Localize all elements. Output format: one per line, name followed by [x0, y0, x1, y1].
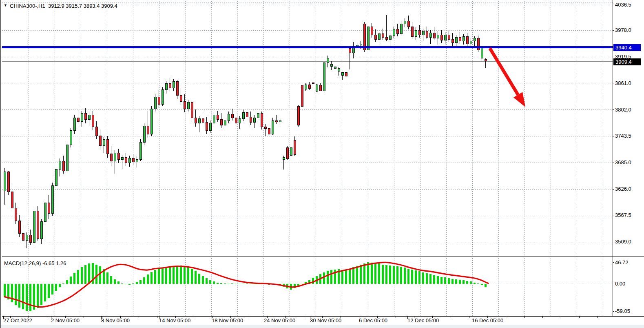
time-axis-label[interactable]: 2 Nov 05:00 [51, 317, 80, 324]
chart-canvas[interactable] [1, 0, 644, 328]
hline-price-badge: 3940.4 [613, 44, 641, 51]
macd-axis-label[interactable]: -59.05 [615, 308, 630, 314]
price-axis-label[interactable]: 3978.0 [615, 27, 631, 33]
macd-bar [407, 269, 409, 284]
macd-bar [29, 284, 31, 311]
macd-bar [88, 263, 90, 284]
macd-bar [187, 267, 189, 284]
candle-up [437, 35, 439, 38]
macd-bar [345, 270, 347, 284]
price-axis-label[interactable]: 3685.0 [615, 159, 631, 165]
candle-down [147, 126, 149, 134]
price-axis-label[interactable]: 3802.0 [615, 107, 631, 113]
macd-bar [220, 283, 222, 284]
macd-bar [51, 284, 53, 295]
candle-up [404, 21, 406, 24]
macd-bar [433, 275, 435, 284]
macd-bar [125, 284, 127, 284]
candle-down [191, 103, 193, 118]
time-axis-label[interactable]: 12 Dec 05:00 [407, 317, 439, 324]
price-axis-label[interactable]: 3509.0 [615, 239, 631, 245]
price-axis-label[interactable]: 3861.0 [615, 80, 631, 86]
macd-bar [228, 284, 230, 284]
macd-bar [62, 283, 64, 284]
time-axis-label[interactable]: 6 Dec 05:00 [359, 317, 387, 324]
candle-up [51, 185, 53, 214]
candle-up [474, 38, 476, 41]
macd-bar [150, 272, 153, 284]
macd-bar [176, 266, 178, 284]
macd-bar [84, 265, 86, 284]
macd-bar [378, 263, 380, 284]
macd-bar [213, 281, 215, 284]
candle-up [44, 203, 46, 221]
candle-up [316, 85, 318, 91]
macd-bar [136, 282, 138, 284]
macd-axis-label[interactable]: 0.00 [615, 281, 625, 287]
candle-up [55, 169, 57, 185]
price-axis-label[interactable]: 3743.5 [615, 133, 631, 139]
candle-down [459, 38, 461, 41]
time-axis-label[interactable]: 8 Nov 05:00 [101, 317, 130, 324]
macd-bar [341, 270, 343, 284]
time-axis-label[interactable]: 16 Dec 05:00 [472, 317, 503, 324]
time-axis-label[interactable]: 30 Nov 05:00 [310, 317, 341, 324]
candle-up [88, 115, 90, 120]
price-axis-label[interactable]: 3626.0 [615, 186, 631, 192]
candle-up [198, 119, 200, 123]
macd-bar [106, 272, 108, 284]
time-axis-label[interactable]: 14 Nov 05:00 [159, 317, 190, 324]
price-axis-label[interactable]: 3567.5 [615, 212, 631, 218]
macd-bar [242, 284, 244, 284]
macd-bar [301, 284, 303, 284]
candle-down [411, 27, 413, 36]
candle-down [77, 118, 79, 121]
candle-up [40, 222, 42, 239]
resistance-hline[interactable] [2, 46, 613, 48]
bid-price-badge: 3909.4 [613, 58, 641, 65]
candle-down [220, 120, 222, 125]
time-axis-label[interactable]: 18 Nov 05:00 [212, 317, 243, 324]
macd-bar [235, 284, 237, 284]
candle-down [235, 118, 237, 123]
macd-bar [110, 276, 112, 284]
macd-bar [481, 284, 483, 285]
candle-up [327, 58, 329, 63]
candle-down [206, 122, 208, 130]
candle-down [451, 39, 454, 43]
bottom-scroll-strip[interactable] [1, 325, 644, 328]
macd-indicator-label: MACD(12,26,9) -6.65 1.26 [4, 260, 66, 266]
candle-down [15, 208, 17, 221]
macd-bar [191, 269, 193, 284]
candle-down [268, 129, 270, 134]
macd-bar [77, 270, 79, 284]
candle-down [99, 136, 101, 146]
macd-bar [448, 278, 450, 284]
candle-up [66, 145, 68, 171]
macd-bar [463, 280, 465, 284]
macd-bar [15, 284, 17, 305]
candle-down [286, 147, 288, 159]
macd-bar [466, 281, 468, 284]
macd-bar [198, 274, 200, 284]
macd-bar [470, 281, 472, 284]
macd-bar [99, 266, 101, 284]
macd-bar [418, 271, 420, 284]
candle-up [253, 118, 255, 122]
macd-bar [59, 284, 61, 287]
chart-collapse-icon[interactable]: ▼ [4, 3, 7, 7]
candle-up [341, 73, 343, 76]
candle-down [18, 221, 20, 233]
candle-down [345, 73, 347, 76]
candle-down [433, 33, 435, 38]
candle-up [257, 113, 259, 118]
macd-axis-label[interactable]: 46.72 [615, 259, 629, 266]
candle-up [279, 120, 281, 122]
time-axis-label[interactable]: 24 Nov 05:00 [264, 317, 295, 324]
macd-bar [22, 284, 24, 309]
time-axis-label[interactable]: 27 Oct 2022 [3, 317, 32, 324]
candle-down [312, 83, 314, 83]
price-axis-label[interactable]: 4036.5 [615, 2, 631, 8]
candle-up [481, 47, 483, 58]
candle-down [7, 172, 9, 192]
